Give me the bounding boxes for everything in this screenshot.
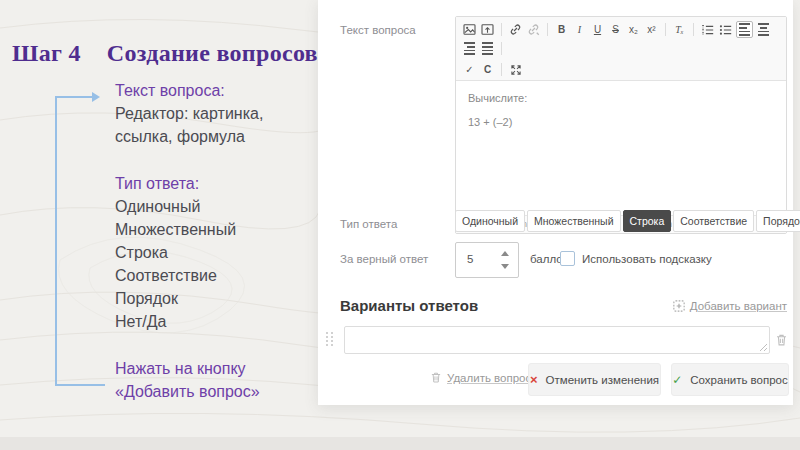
superscript-icon[interactable]: x² — [644, 22, 659, 37]
annotation-list: Текст вопроса: Редактор: картинка, ссылк… — [115, 79, 263, 403]
slide-footer-band — [0, 437, 800, 450]
annotation-bracket-top — [55, 96, 93, 98]
delete-question-button[interactable]: Удалить вопрос — [430, 371, 531, 384]
answer-type-option-multiple[interactable]: Множественный — [527, 210, 621, 232]
insert-image-icon[interactable] — [462, 22, 477, 37]
bulleted-list-icon[interactable] — [718, 22, 733, 37]
points-label: За верный ответ — [340, 253, 428, 265]
save-question-label: Сохранить вопрос — [690, 374, 788, 386]
editor-toolbar: B I U S x₂ x² Tₓ — [456, 17, 786, 81]
slide-title-text: Создание вопросов — [107, 40, 318, 67]
stepper-up-icon[interactable] — [501, 251, 509, 256]
variants-heading: Варианты ответов — [340, 297, 478, 314]
answer-type-option-matching[interactable]: Соответствие — [673, 210, 754, 232]
points-input[interactable] — [456, 243, 503, 275]
align-left-icon[interactable] — [736, 21, 753, 38]
answer-type-options: Одиночный Множественный Строка Соответст… — [455, 210, 800, 232]
question-text-line: Вычислите: — [468, 92, 774, 104]
align-center-icon[interactable] — [756, 22, 771, 37]
annotation-bracket-bottom — [55, 384, 105, 386]
save-check-icon: ✓ — [672, 373, 682, 387]
variant-input[interactable] — [345, 327, 769, 353]
plus-box-icon — [673, 300, 685, 312]
delete-question-label: Удалить вопрос — [447, 372, 531, 384]
annotation-bracket-line — [55, 96, 57, 386]
annotation-arrow-icon — [92, 92, 100, 102]
question-text-line: 13 + (–2) — [468, 116, 774, 128]
italic-icon[interactable]: I — [572, 22, 587, 37]
annotation-line: Множественный — [115, 218, 263, 241]
slide-title: Шаг 4 Создание вопросов — [12, 40, 318, 67]
align-right-icon[interactable] — [462, 41, 477, 56]
variant-resize-handle[interactable] — [759, 343, 767, 351]
trash-icon — [430, 371, 442, 384]
annotation-line: Соответствие — [115, 264, 263, 287]
answer-type-option-order[interactable]: Порядок — [756, 210, 800, 232]
slide: Шаг 4 Создание вопросов Текст вопроса: Р… — [0, 0, 800, 450]
annotation-line: Текст вопроса: — [115, 79, 263, 102]
bold-icon[interactable]: B — [554, 22, 569, 37]
subscript-icon[interactable]: x₂ — [626, 22, 641, 37]
cancel-changes-button[interactable]: × Отменить изменения — [528, 363, 661, 396]
annotation-line: Нажать на кнопку — [115, 357, 263, 380]
maximize-icon[interactable] — [508, 62, 523, 77]
align-justify-icon[interactable] — [480, 41, 495, 56]
slide-step-label: Шаг 4 — [12, 40, 81, 67]
annotation-line: «Добавить вопрос» — [115, 380, 263, 403]
annotation-line: Порядок — [115, 287, 263, 310]
stepper-down-icon[interactable] — [501, 264, 509, 269]
variant-input-wrap — [344, 326, 770, 354]
underline-icon[interactable]: U — [590, 22, 605, 37]
answer-type-option-string[interactable]: Строка — [623, 210, 672, 232]
use-hint-checkbox[interactable] — [560, 251, 575, 266]
cancel-x-icon: × — [530, 372, 538, 387]
annotation-line: Редактор: картинка, — [115, 102, 263, 125]
question-form-card: Текст вопроса B I U S — [318, 0, 793, 405]
annotation-line: ссылка, формула — [115, 125, 263, 148]
rich-text-editor: B I U S x₂ x² Tₓ — [455, 16, 787, 234]
annotation-line: Строка — [115, 241, 263, 264]
variant-drag-handle[interactable] — [326, 332, 334, 346]
remove-format-icon[interactable]: Tₓ — [672, 22, 687, 37]
question-text-label: Текст вопроса — [340, 24, 416, 36]
answer-type-label: Тип ответа — [340, 218, 397, 230]
add-variant-button[interactable]: Добавить вариант — [673, 300, 787, 312]
save-question-button[interactable]: ✓ Сохранить вопрос — [671, 363, 789, 396]
strikethrough-icon[interactable]: S — [608, 22, 623, 37]
variant-trash-icon[interactable] — [775, 333, 788, 347]
annotation-line: Одиночный — [115, 195, 263, 218]
question-text-area[interactable]: Вычислите: 13 + (–2) — [456, 81, 786, 215]
numbered-list-icon[interactable] — [700, 22, 715, 37]
points-stepper — [455, 242, 519, 278]
add-variant-label: Добавить вариант — [690, 300, 787, 312]
annotation-line: Нет/Да — [115, 310, 263, 333]
refresh-icon[interactable]: C — [480, 62, 495, 77]
unlink-icon[interactable] — [526, 22, 541, 37]
answer-type-option-single[interactable]: Одиночный — [455, 210, 525, 232]
upload-image-icon[interactable] — [480, 22, 495, 37]
use-hint-label: Использовать подсказку — [582, 253, 712, 265]
spellcheck-icon[interactable]: ✓ — [462, 62, 477, 77]
cancel-changes-label: Отменить изменения — [546, 374, 660, 386]
annotation-line: Тип ответа: — [115, 172, 263, 195]
link-icon[interactable] — [508, 22, 523, 37]
